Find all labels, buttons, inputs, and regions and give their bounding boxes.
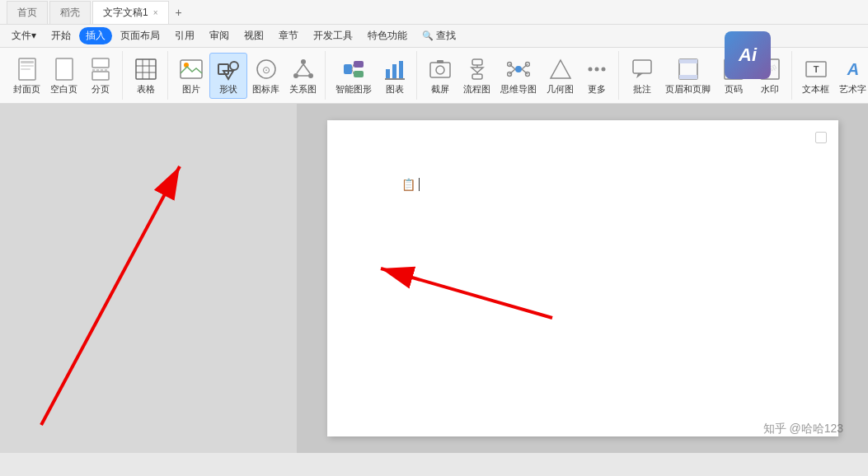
svg-line-29 [352, 64, 354, 69]
document-cursor: 📋 [401, 178, 420, 191]
more-icon [584, 56, 610, 82]
menu-view[interactable]: 视图 [237, 27, 270, 44]
toolbar-shape[interactable]: 形状 [209, 53, 247, 99]
svg-rect-32 [392, 64, 396, 78]
svg-marker-57 [636, 73, 643, 78]
svg-rect-27 [354, 61, 364, 68]
toolbar-group-text: T 文本框 A 艺术字 [794, 51, 868, 100]
svg-line-24 [303, 64, 310, 73]
toolbar-geometry[interactable]: 几何图 [542, 54, 579, 98]
svg-point-21 [293, 73, 298, 78]
tab-document[interactable]: 文字文稿1 × [92, 1, 169, 24]
smart-graphic-icon [340, 56, 367, 82]
svg-text:A: A [846, 60, 858, 78]
art-text-icon: A [840, 56, 866, 82]
ai-badge[interactable]: Ai [725, 31, 771, 79]
menu-ref[interactable]: 引用 [168, 27, 201, 44]
toolbar-table[interactable]: 表格 [128, 54, 164, 98]
svg-rect-3 [21, 68, 30, 70]
svg-rect-5 [92, 58, 109, 68]
toolbar-art-text[interactable]: A 艺术字 [834, 54, 868, 98]
watermark-label: 知乎 @哈哈123 [763, 422, 843, 436]
toolbar-group-media: 图片 形状 ⊙ 图标库 [170, 51, 326, 100]
toolbar-group-page: 封面页 空白页 分页 [5, 51, 123, 100]
svg-rect-56 [633, 60, 651, 73]
svg-line-23 [297, 64, 303, 73]
toolbar-group-table: 表格 [124, 51, 168, 100]
svg-rect-40 [472, 74, 482, 79]
new-tab-button[interactable]: + [171, 4, 187, 21]
toolbar-header-footer[interactable]: 页眉和页脚 [660, 54, 716, 98]
document-page[interactable]: 📋 [327, 120, 838, 436]
header-footer-icon [675, 56, 701, 82]
image-icon [178, 56, 204, 82]
toolbar-smart-graphic[interactable]: 智能图形 [331, 54, 377, 98]
svg-rect-38 [472, 59, 482, 65]
menu-chapter[interactable]: 章节 [272, 27, 305, 44]
svg-marker-39 [472, 68, 483, 72]
cover-page-icon [14, 56, 40, 82]
toolbar-blank-page[interactable]: 空白页 [45, 54, 82, 98]
toolbar-icon-library[interactable]: ⊙ 图标库 [247, 53, 284, 99]
svg-point-36 [436, 66, 444, 74]
menu-review[interactable]: 审阅 [203, 27, 236, 44]
toolbar-relation-diagram[interactable]: 关系图 [284, 53, 321, 99]
text-cursor [419, 178, 420, 191]
title-bar: 首页 稻壳 文字文稿1 × + [0, 0, 868, 25]
svg-rect-37 [437, 60, 443, 63]
svg-rect-13 [181, 60, 202, 78]
left-panel [0, 104, 297, 453]
toolbar-flowchart[interactable]: 流程图 [458, 54, 495, 98]
toolbar-image[interactable]: 图片 [173, 53, 209, 99]
close-tab-icon[interactable]: × [153, 8, 158, 17]
page-corner-icon [815, 132, 827, 143]
textbox-icon: T [803, 56, 829, 82]
toolbar-annotation[interactable]: 批注 [624, 54, 660, 98]
svg-point-55 [602, 67, 606, 71]
menu-layout[interactable]: 页面布局 [114, 27, 167, 44]
menu-insert[interactable]: 插入 [79, 27, 112, 44]
menu-special[interactable]: 特色功能 [361, 27, 414, 44]
icon-library-icon: ⊙ [253, 56, 279, 82]
toolbar-screenshot[interactable]: 截屏 [422, 54, 458, 98]
doc-pointer-icon: 📋 [401, 178, 415, 191]
chart-icon [382, 56, 408, 82]
menu-file[interactable]: 文件▾ [5, 27, 43, 44]
svg-point-53 [589, 67, 593, 71]
svg-rect-7 [92, 72, 109, 80]
toolbar-textbox[interactable]: T 文本框 [797, 54, 834, 98]
toolbar-group-smartart: 智能图形 图表 [327, 51, 417, 100]
document-area: 📋 [297, 104, 868, 453]
svg-point-16 [230, 62, 238, 70]
svg-line-30 [352, 69, 354, 74]
toolbar-page-break[interactable]: 分页 [82, 54, 119, 98]
toolbar-cover-page[interactable]: 封面页 [8, 54, 45, 98]
toolbar-mindmap[interactable]: 思维导图 [495, 54, 542, 98]
toolbar-more[interactable]: 更多 [579, 54, 615, 98]
tab-home[interactable]: 首页 [7, 1, 48, 24]
menu-find[interactable]: 🔍 查找 [415, 27, 462, 44]
svg-rect-60 [679, 75, 697, 79]
shape-icon [215, 56, 242, 82]
svg-rect-28 [354, 71, 364, 77]
tab-daoke[interactable]: 稻壳 [49, 1, 91, 24]
svg-rect-59 [679, 59, 697, 63]
annotation-icon [629, 56, 655, 82]
svg-text:⊙: ⊙ [262, 64, 270, 76]
flowchart-icon [464, 56, 490, 82]
mindmap-icon [505, 56, 532, 82]
table-icon [133, 56, 159, 82]
svg-rect-4 [56, 58, 73, 80]
screenshot-icon [427, 56, 453, 82]
content-area: 📋 知乎 @哈哈123 [0, 104, 868, 453]
menu-devtools[interactable]: 开发工具 [307, 27, 359, 44]
svg-point-22 [308, 73, 313, 78]
svg-rect-15 [218, 64, 228, 74]
menu-start[interactable]: 开始 [45, 27, 77, 44]
toolbar: 封面页 空白页 分页 [0, 48, 868, 104]
svg-rect-1 [21, 61, 34, 63]
svg-rect-31 [386, 69, 390, 78]
svg-marker-52 [551, 60, 570, 78]
toolbar-chart[interactable]: 图表 [377, 54, 413, 98]
svg-rect-8 [136, 59, 156, 79]
